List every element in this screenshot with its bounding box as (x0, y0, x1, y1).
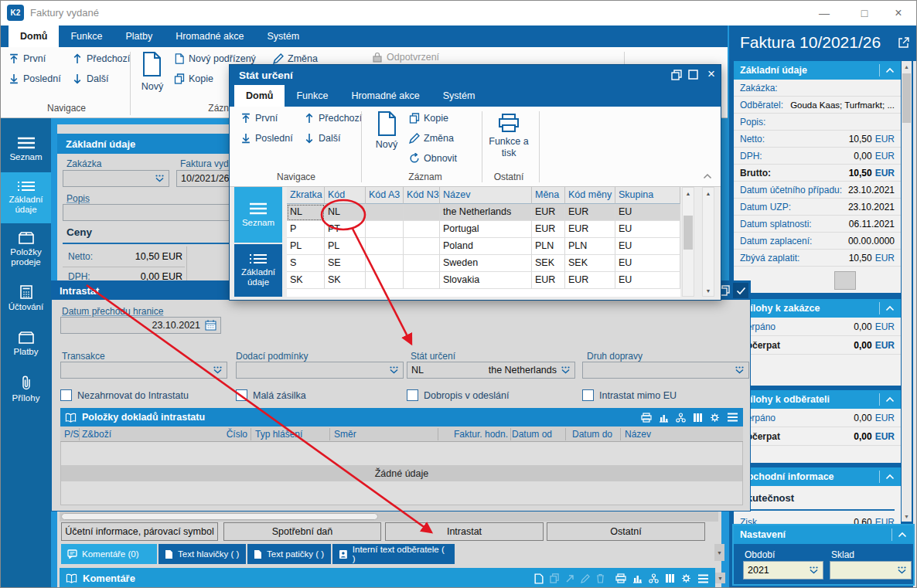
checkbox[interactable] (407, 389, 418, 401)
printer-icon[interactable] (641, 413, 652, 423)
columns-icon[interactable] (693, 413, 703, 423)
button-ucetni-informace[interactable]: Účetní informace, párovací symbol (61, 522, 218, 541)
sidebar-item-polozky-prodeje[interactable]: Položky prodeje (1, 225, 51, 274)
dialog-tab-funkce[interactable]: Funkce (285, 85, 339, 107)
scrollbar-thumb[interactable] (61, 513, 378, 520)
tab-system[interactable]: Systém (255, 25, 311, 47)
button-ostatni[interactable]: Ostatní (547, 522, 705, 541)
tab-domu[interactable]: Domů (9, 25, 59, 47)
calendar-icon[interactable] (205, 320, 216, 331)
change-button[interactable]: Změna (273, 53, 318, 64)
scroll-up-button[interactable]: ▲ (902, 61, 912, 72)
dodaci-podminky-combo[interactable] (236, 362, 404, 379)
right-panel-scrollbar[interactable]: ▲ ▼ (902, 61, 912, 522)
table-row[interactable]: PPTPortugalEUREUREU (287, 221, 680, 238)
collapse-button[interactable] (879, 393, 895, 406)
table-row[interactable]: SSESwedenSEKSEKEU (287, 255, 680, 272)
dialog-copy-button[interactable]: Kopie (409, 113, 448, 124)
table-row[interactable]: SKSKSlovakiaEUREUREU (287, 272, 680, 289)
dialog-print-label[interactable]: Funkce a tisk (485, 136, 533, 159)
unconfirm-button[interactable]: Odpotvrzení (372, 52, 439, 63)
maximize-button[interactable]: □ (854, 5, 874, 21)
maximize-icon[interactable] (687, 69, 699, 80)
tab-platby[interactable]: Platby (114, 25, 164, 47)
checkbox-nezahrnovat[interactable]: Nezahrnovat do Intrastatu (60, 389, 189, 401)
dialog-scrollbar[interactable]: ▲ ▼ (702, 187, 714, 297)
dialog-first-button[interactable]: První (240, 113, 278, 124)
horizontal-scrollbar[interactable] (60, 512, 718, 522)
tab-funkce[interactable]: Funkce (59, 25, 114, 47)
sklad-combo[interactable] (830, 561, 912, 580)
column-header[interactable]: Skupina (615, 187, 680, 204)
button-intrastat[interactable]: Intrastat (385, 522, 544, 541)
copy-button[interactable]: Kopie (174, 73, 213, 84)
obdobi-combo[interactable]: 2021 (743, 561, 823, 580)
last-button[interactable]: Poslední (9, 73, 61, 84)
collapse-button[interactable] (879, 471, 895, 483)
column-header[interactable]: Měna (532, 187, 565, 204)
sidebar-item-prilohy[interactable]: Přílohy (1, 367, 51, 412)
checkbox[interactable] (236, 389, 247, 401)
column-header[interactable]: Kód A3 (366, 187, 404, 204)
column-header[interactable]: Kód N3 (404, 187, 440, 204)
previous-button[interactable]: Předchozí (72, 53, 130, 64)
druh-dopravy-combo[interactable] (582, 362, 749, 379)
sidebar-item-zakladni-udaje[interactable]: Základní údaje (1, 172, 51, 223)
collapse-button[interactable] (879, 64, 895, 76)
dock-icon[interactable] (670, 69, 683, 81)
new-child-button[interactable]: Nový podřízený (174, 53, 256, 64)
dialog-print-button[interactable] (497, 113, 520, 136)
table-scrollbar[interactable]: ▲ (682, 187, 694, 297)
sidebar-item-seznam[interactable]: Seznam (1, 127, 51, 171)
dialog-next-button[interactable]: Další (304, 133, 340, 144)
collapse-button[interactable] (879, 302, 895, 314)
minimize-button[interactable]: — (814, 5, 834, 21)
tab-text-paticky[interactable]: Text patičky ( ) (247, 544, 331, 564)
scroll-down-button[interactable]: ▼ (714, 544, 724, 561)
dialog-tab-hromadne-akce[interactable]: Hromadné akce (339, 85, 431, 107)
menu-icon[interactable] (727, 413, 738, 422)
dialog-sidebar-seznam[interactable]: Seznam (234, 187, 282, 243)
checkbox[interactable] (60, 389, 72, 401)
checkbox-dobropis[interactable]: Dobropis v odeslání (407, 389, 509, 401)
checkbox-mimo-eu[interactable]: Intrastat mimo EU (582, 389, 677, 401)
zakazka-combo[interactable] (63, 170, 169, 187)
gear-icon[interactable] (710, 413, 720, 423)
checkbox[interactable] (582, 389, 594, 401)
table-row-selected[interactable]: NLNLthe NetherlandsEUREUREU (287, 204, 680, 221)
table-row[interactable]: PLPLPolandPLNPLNEU (287, 238, 680, 255)
dialog-last-button[interactable]: Poslední (240, 133, 293, 144)
dialog-refresh-button[interactable]: Obnovit (409, 153, 457, 164)
dialog-new-label[interactable]: Nový (369, 139, 404, 150)
column-header[interactable]: Zkratka ▴ (287, 187, 325, 204)
scroll-up-button[interactable]: ▲ (703, 188, 714, 199)
dialog-sidebar-zakladni-udaje[interactable]: Základní údaje (234, 244, 282, 297)
button-spotrebni-dan[interactable]: Spotřební daň (223, 522, 381, 541)
new-button-label[interactable]: Nový (135, 81, 169, 92)
scroll-down-button[interactable]: ▼ (703, 285, 714, 296)
stat-urceni-combo[interactable]: NL the Netherlands (407, 362, 575, 379)
collapse-ribbon-icon[interactable] (703, 173, 712, 179)
next-button[interactable]: Další (72, 73, 108, 84)
chart-icon[interactable] (659, 413, 669, 423)
dialog-new-button[interactable] (377, 111, 397, 139)
tab-interni-text[interactable]: Interní text odběratele ( ) (332, 544, 455, 564)
dialog-tab-system[interactable]: Systém (431, 85, 487, 107)
first-button[interactable]: První (9, 53, 46, 64)
open-external-icon[interactable] (898, 36, 910, 49)
confirm-check-button[interactable] (733, 283, 748, 298)
scroll-up-button[interactable]: ▲ (683, 188, 694, 199)
column-header[interactable]: Kód měny (565, 187, 615, 204)
dialog-change-button[interactable]: Změna (409, 133, 454, 144)
tab-komentare[interactable]: Komentáře (0) (61, 544, 157, 564)
scroll-down-button[interactable]: ▼ (902, 511, 912, 522)
sidebar-item-uctovani[interactable]: Účtování (1, 276, 51, 321)
checkbox-mala-zasilka[interactable]: Malá zásilka (236, 389, 306, 401)
scroll-down-button[interactable]: ▼ (715, 573, 725, 583)
network-icon[interactable] (676, 413, 686, 423)
column-header[interactable]: Kód (325, 187, 366, 204)
new-button[interactable] (141, 52, 162, 80)
scrollbar-thumb[interactable] (683, 216, 693, 250)
close-icon[interactable]: × (704, 66, 719, 82)
transakce-combo[interactable] (60, 362, 227, 379)
